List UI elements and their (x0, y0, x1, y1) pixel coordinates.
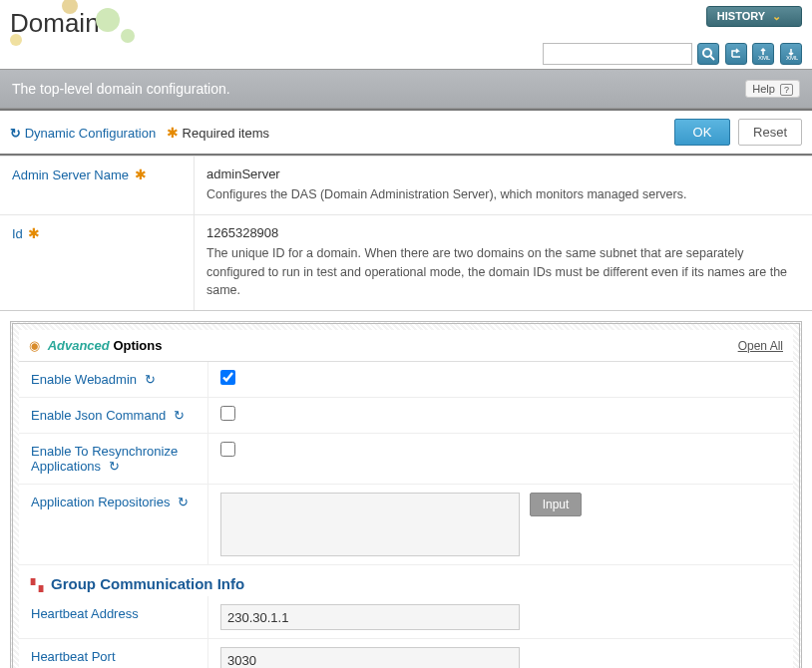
heartbeat-port-label: Heartbeat Port (19, 639, 208, 668)
help-label: Help (752, 83, 775, 95)
refresh-icon: ↻ (174, 408, 185, 423)
reset-button[interactable]: Reset (738, 119, 802, 146)
required-icon: ✱ (167, 125, 179, 141)
enable-webadmin-checkbox[interactable] (220, 370, 235, 385)
open-all-link[interactable]: Open All (738, 339, 783, 353)
refresh-icon: ↻ (109, 459, 120, 474)
flag-icon: ▘▖ (31, 579, 47, 591)
input-button[interactable]: Input (530, 493, 583, 516)
advanced-options-title: ◉ Advanced Options (29, 338, 162, 353)
ok-button[interactable]: OK (674, 119, 731, 146)
history-label: HISTORY (717, 10, 765, 22)
enable-resync-label: Enable To Resynchronize Applications ↻ (19, 434, 208, 484)
help-icon: ? (780, 84, 793, 96)
required-icon: ✱ (28, 225, 40, 241)
enable-resync-checkbox[interactable] (220, 442, 235, 457)
app-repos-textarea[interactable] (220, 493, 520, 556)
export-icon[interactable] (725, 43, 747, 65)
required-icon: ✱ (135, 167, 147, 182)
shield-icon: ◉ (29, 338, 40, 353)
xml-download-icon[interactable]: XML (780, 43, 802, 65)
legend: ↻ Dynamic Configuration ✱ Required items (10, 125, 269, 141)
id-label: Id ✱ (0, 215, 195, 310)
id-desc: The unique ID for a domain. When there a… (206, 246, 787, 298)
legend-dynamic: Dynamic Configuration (25, 126, 157, 141)
enable-json-checkbox[interactable] (220, 406, 235, 421)
svg-text:XML: XML (758, 55, 770, 61)
heartbeat-address-label: Heartbeat Address (19, 596, 208, 638)
svg-text:XML: XML (786, 55, 798, 61)
id-value: 1265328908 (206, 225, 800, 240)
xml-upload-icon[interactable]: XML (752, 43, 774, 65)
admin-server-name-desc: Configures the DAS (Domain Administratio… (206, 187, 686, 201)
help-button[interactable]: Help ? (745, 80, 800, 98)
admin-server-name-value: adminServer (206, 167, 800, 181)
heartbeat-port-input[interactable] (220, 647, 520, 668)
admin-server-name-label: Admin Server Name ✱ (0, 157, 195, 214)
subtitle-text: The top-level domain configuration. (12, 81, 230, 97)
app-repos-label: Application Repositories ↻ (19, 485, 208, 564)
search-input[interactable] (543, 43, 692, 65)
search-button[interactable] (697, 43, 719, 65)
enable-webadmin-label: Enable Webadmin ↻ (19, 362, 208, 397)
chevron-down-icon: ⌄ (772, 10, 781, 22)
svg-line-5 (710, 56, 714, 60)
history-button[interactable]: HISTORY ⌄ (706, 6, 802, 27)
heartbeat-address-input[interactable] (220, 604, 520, 630)
refresh-icon: ↻ (178, 495, 189, 509)
refresh-icon: ↻ (145, 372, 156, 387)
refresh-icon: ↻ (10, 126, 21, 141)
group-comm-info-title: ▘▖Group Communication Info (19, 565, 793, 596)
page-title: Domain (10, 8, 802, 39)
svg-point-4 (703, 49, 711, 57)
legend-required: Required items (183, 126, 269, 141)
enable-json-label: Enable Json Command ↻ (19, 398, 208, 433)
